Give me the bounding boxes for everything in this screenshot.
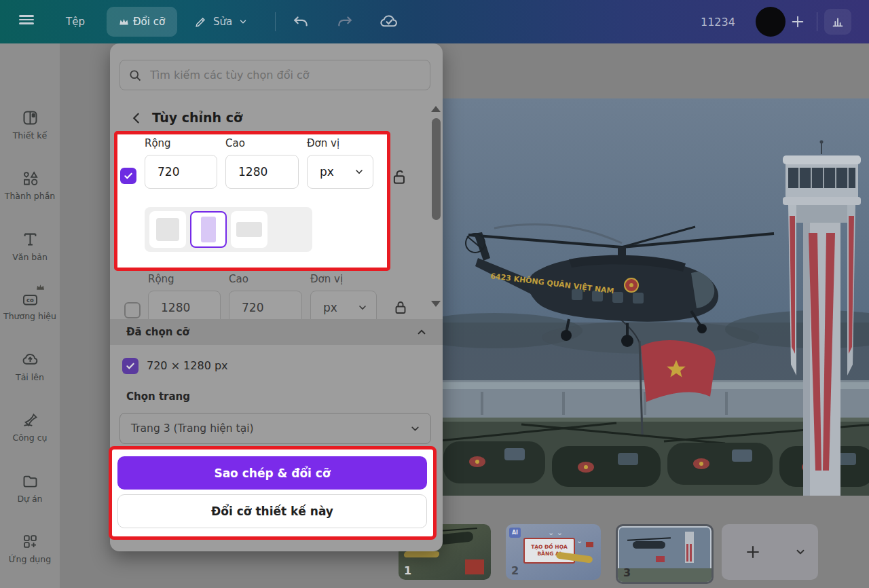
cloud-save-status[interactable] <box>379 0 399 43</box>
chevron-down-icon <box>354 166 365 177</box>
thumb3-tower-stripe <box>690 544 692 562</box>
sidebar-item-apps[interactable]: Ứng dụng <box>0 532 60 564</box>
page-thumbnail-3-selected[interactable]: 3 <box>616 524 714 584</box>
scrollbar-thumb[interactable] <box>432 118 441 220</box>
chevron-down-icon <box>409 423 421 435</box>
ai-badge: AI <box>509 528 521 538</box>
height-label: Cao <box>225 137 245 149</box>
width-input[interactable] <box>145 155 217 189</box>
unit-select[interactable]: px <box>307 155 373 189</box>
app-window: 6423 KHÔNG QUÂN VIỆT NAM 1 AI ⌄ ⌄ ⌄ TẠO … <box>0 0 869 588</box>
resize-search-box[interactable] <box>119 60 430 90</box>
check-icon <box>125 361 136 371</box>
design-icon <box>21 109 39 127</box>
file-menu-button[interactable]: Tệp <box>66 0 85 43</box>
add-member-button[interactable] <box>790 0 805 43</box>
resize-panel: Tùy chỉnh cỡ Rộng Cao Đơn vị px <box>110 43 443 551</box>
sidebar-item-elements[interactable]: Thành phần <box>0 169 60 201</box>
size-row2-checkbox[interactable] <box>124 302 141 318</box>
selected-sizes-section-header[interactable]: Đã chọn cỡ <box>110 319 443 345</box>
brand-kit-icon: co <box>21 289 39 308</box>
unit-value-2: px <box>323 301 337 314</box>
check-icon <box>123 170 134 181</box>
panel-title: Tùy chỉnh cỡ <box>152 110 242 125</box>
page-select-dropdown[interactable]: Trang 3 (Trang hiện tại) <box>119 413 431 444</box>
design-canvas[interactable]: 6423 KHÔNG QUÂN VIỆT NAM <box>440 98 869 496</box>
thumb2-doves2: ⌄ <box>576 536 583 545</box>
main-menu-button[interactable] <box>19 0 34 56</box>
shapes-icon <box>21 169 39 187</box>
sidebar-item-projects[interactable]: Dự án <box>0 472 60 504</box>
thumb3-ground <box>618 568 711 582</box>
thumb2-flag <box>586 542 593 547</box>
cloud-check-icon <box>379 12 399 32</box>
bar-chart-icon <box>830 14 845 29</box>
size-row1-checkbox[interactable] <box>120 168 136 184</box>
resize-menu-button[interactable]: Đổi cỡ <box>107 7 177 37</box>
sidebar-item-label: Thành phần <box>0 191 60 201</box>
unit-value: px <box>320 165 334 179</box>
page-options-button[interactable] <box>787 538 814 566</box>
redo-button[interactable] <box>336 0 354 43</box>
thumb1-banner <box>465 559 484 574</box>
resize-this-design-button[interactable]: Đổi cỡ thiết kế này <box>117 494 427 528</box>
chevron-left-icon <box>129 111 144 126</box>
square-shape <box>156 218 179 241</box>
add-page-button[interactable] <box>739 538 766 566</box>
sidebar-item-label: Công cụ <box>0 433 60 443</box>
orientation-portrait-button[interactable] <box>190 211 227 248</box>
sidebar-item-label: Thiết kế <box>0 130 60 141</box>
add-page-button-group <box>722 524 818 580</box>
sidebar-item-brand[interactable]: co Thương hiệu <box>0 289 60 321</box>
thumb3-rotor <box>627 537 671 540</box>
edit-menu-label: Sửa <box>213 16 232 28</box>
page-select-value: Trang 3 (Trang hiện tại) <box>131 422 253 435</box>
height-label-2: Cao <box>229 273 248 285</box>
selected-size-label: 720 × 1280 px <box>147 359 228 372</box>
avatar[interactable] <box>756 7 785 37</box>
height-input[interactable] <box>225 155 299 189</box>
orientation-landscape-button[interactable] <box>231 211 267 248</box>
left-sidebar: Thiết kế Thành phần Văn bản co Thương hi… <box>0 43 60 588</box>
crown-icon <box>119 18 129 26</box>
folder-icon <box>21 472 39 490</box>
menu-icon-bar <box>19 19 34 21</box>
sidebar-item-label: Dự án <box>0 494 60 504</box>
unlock-icon[interactable] <box>391 168 409 186</box>
svg-text:co: co <box>26 297 34 304</box>
scroll-up-arrow[interactable] <box>431 106 441 112</box>
pen-tool-icon <box>21 411 39 429</box>
view-counter: 11234 <box>701 0 735 43</box>
page-select-label: Chọn trang <box>126 390 190 403</box>
sidebar-item-text[interactable]: Văn bản <box>0 230 60 262</box>
lock-icon[interactable] <box>393 299 409 316</box>
chevron-up-icon <box>415 326 428 338</box>
resize-search-input[interactable] <box>149 68 422 82</box>
sidebar-item-tools[interactable]: Công cụ <box>0 411 60 443</box>
sidebar-item-uploads[interactable]: Tải lên <box>0 350 60 382</box>
scroll-down-arrow[interactable] <box>431 301 441 307</box>
edit-menu-button[interactable]: Sửa <box>194 0 248 43</box>
thumb3-helicopter <box>633 541 665 549</box>
insights-button[interactable] <box>824 9 851 35</box>
undo-button[interactable] <box>292 0 310 43</box>
plus-icon <box>744 543 762 561</box>
unit-label-2: Đơn vị <box>310 273 343 285</box>
text-icon <box>21 230 39 249</box>
highlight-custom-size: Rộng Cao Đơn vị px <box>114 131 390 271</box>
selected-size-checkbox[interactable] <box>122 358 138 374</box>
back-button[interactable] <box>129 111 144 126</box>
plus-icon <box>790 14 805 29</box>
thumb3-tower-stripe2 <box>686 544 688 562</box>
page-number: 3 <box>623 566 631 579</box>
copy-and-resize-button[interactable]: Sao chép & đổi cỡ <box>117 456 427 490</box>
redo-icon <box>336 13 354 31</box>
sidebar-item-design[interactable]: Thiết kế <box>0 109 60 141</box>
page-thumbnail-2[interactable]: AI ⌄ ⌄ ⌄ TẠO ĐỒ HỌA BẰNG AI 2 <box>506 524 601 580</box>
page-number: 1 <box>404 564 411 577</box>
unit-label: Đơn vị <box>307 137 339 149</box>
sidebar-item-label: Văn bản <box>0 252 60 262</box>
orientation-square-button[interactable] <box>149 211 186 248</box>
width-label-2: Rộng <box>148 273 174 285</box>
upload-cloud-icon <box>21 350 39 369</box>
